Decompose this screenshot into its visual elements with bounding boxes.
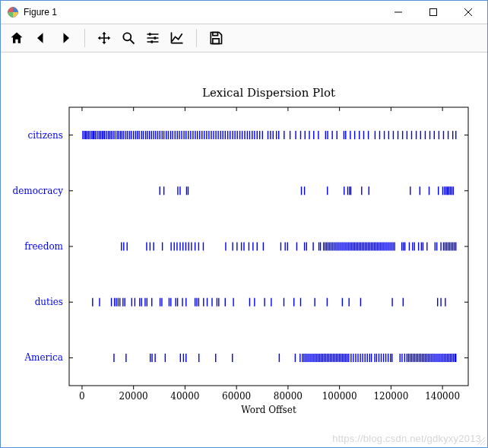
svg-rect-7: [213, 39, 219, 44]
pan-button[interactable]: [93, 27, 116, 49]
toolbar-separator: [196, 29, 197, 47]
toolbar-separator: [84, 29, 85, 47]
xtick-label: 80000: [274, 391, 303, 402]
xtick-label: 40000: [170, 391, 199, 402]
ytick-label: duties: [35, 297, 63, 307]
axes-box: [69, 107, 468, 386]
xtick-label: 100000: [322, 391, 357, 402]
svg-rect-6: [213, 33, 218, 36]
forward-button[interactable]: [54, 27, 77, 49]
window-titlebar: Figure 1: [1, 1, 487, 24]
svg-rect-4: [154, 37, 157, 39]
back-button[interactable]: [30, 27, 52, 49]
dispersion-plot: Lexical Dispersion Plot02000040000600008…: [1, 52, 487, 447]
ytick-label: America: [24, 352, 63, 363]
series-citizens: [83, 131, 456, 139]
svg-rect-1: [430, 9, 437, 16]
app-icon: [7, 6, 19, 18]
ytick-label: citizens: [27, 130, 63, 141]
xtick-label: 0: [79, 391, 85, 402]
window-close-button[interactable]: [451, 1, 486, 24]
svg-point-2: [123, 33, 131, 40]
series-duties: [93, 298, 445, 307]
window-title: Figure 1: [24, 7, 57, 17]
configure-subplots-button[interactable]: [141, 27, 164, 49]
zoom-button[interactable]: [117, 27, 140, 49]
svg-rect-3: [149, 33, 151, 35]
chart-title: Lexical Dispersion Plot: [202, 86, 335, 100]
xtick-label: 140000: [425, 391, 460, 402]
xtick-label: 60000: [222, 391, 251, 402]
xtick-label: 20000: [119, 391, 148, 402]
window-maximize-button[interactable]: [416, 1, 451, 24]
window-minimize-button[interactable]: [381, 1, 416, 24]
series-democracy: [160, 186, 453, 195]
plot-canvas: Lexical Dispersion Plot02000040000600008…: [1, 52, 487, 447]
xtick-label: 120000: [373, 391, 408, 402]
matplotlib-toolbar: [1, 24, 487, 52]
x-axis-label: Word Offset: [241, 405, 296, 415]
ytick-label: freedom: [24, 241, 63, 252]
save-button[interactable]: [204, 27, 227, 49]
edit-axes-button[interactable]: [166, 27, 189, 49]
home-button[interactable]: [5, 27, 28, 49]
series-America: [114, 354, 456, 362]
resize-grip-icon: [477, 437, 486, 446]
series-freedom: [122, 243, 456, 251]
ytick-label: democracy: [13, 186, 64, 196]
svg-rect-5: [151, 40, 154, 43]
